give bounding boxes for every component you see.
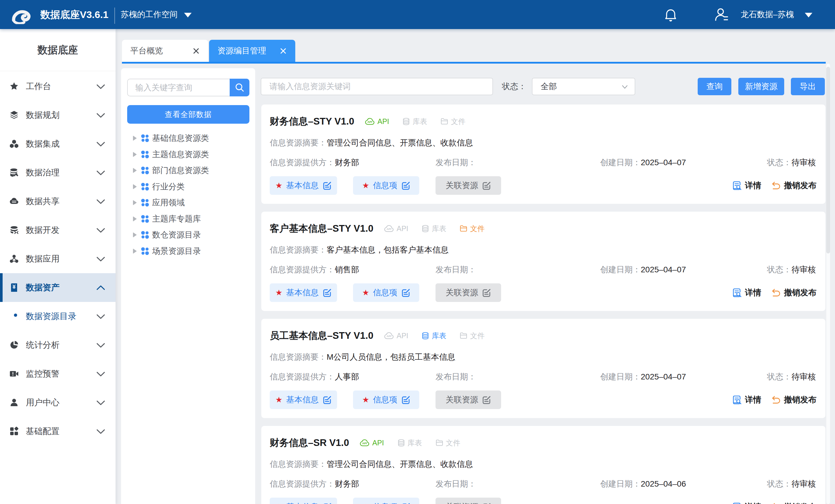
svg-text:API: API [387, 334, 391, 337]
svg-text:API: API [362, 441, 367, 444]
svg-text:API: API [387, 227, 391, 230]
svg-text:API: API [368, 120, 372, 123]
